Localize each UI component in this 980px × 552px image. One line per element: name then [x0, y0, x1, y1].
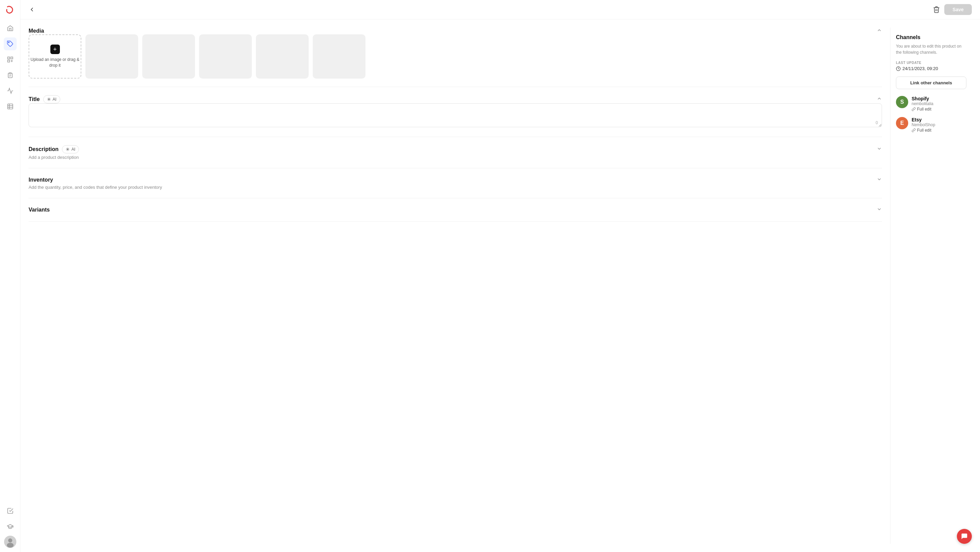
sidebar-item-tasks[interactable]: [4, 504, 17, 517]
shopify-info: Shopify nembolitalia Full edit: [912, 96, 933, 111]
description-subtitle: Add a product description: [29, 155, 882, 160]
title-collapse-icon[interactable]: [877, 96, 882, 103]
app-logo: [4, 4, 16, 16]
media-placeholder-1: [86, 34, 138, 79]
inventory-collapse-icon[interactable]: [877, 176, 882, 183]
media-placeholder-5: [313, 34, 366, 79]
ai-icon: ✳: [47, 97, 51, 102]
title-section-left: Title ✳ AI: [29, 95, 60, 103]
sidebar-bottom: [4, 504, 17, 548]
title-ai-label: AI: [53, 97, 56, 102]
delete-button[interactable]: [933, 6, 940, 13]
svg-rect-7: [8, 104, 13, 109]
channel-item-shopify: S Shopify nembolitalia Full edit: [896, 96, 966, 111]
right-panel: Channels You are about to edit this prod…: [890, 27, 972, 544]
title-char-count: 0: [875, 121, 878, 125]
topbar-left: [29, 6, 35, 13]
description-section-left: Description ✳ AI: [29, 145, 79, 153]
svg-rect-4: [9, 73, 11, 74]
media-placeholder-2: [142, 34, 195, 79]
sidebar-item-tags[interactable]: [4, 37, 17, 50]
title-input[interactable]: [29, 103, 882, 127]
last-update-date: 24/11/2023, 09:20: [902, 66, 938, 71]
media-grid: + Upload an image or drag & drop it: [29, 34, 882, 79]
sidebar-item-grid[interactable]: [4, 53, 17, 66]
media-placeholder-3: [199, 34, 252, 79]
title-ai-badge[interactable]: ✳ AI: [43, 95, 60, 103]
back-button[interactable]: [29, 6, 35, 13]
sidebar-item-home[interactable]: [4, 22, 17, 35]
etsy-store: NembolShop: [912, 122, 935, 127]
svg-point-12: [8, 538, 12, 542]
inventory-title: Inventory: [29, 177, 53, 183]
media-upload-text: Upload an image or drag & drop it: [29, 57, 81, 68]
sidebar: [0, 0, 21, 552]
form-area: Media + Upload an image or drag & drop i…: [29, 27, 882, 544]
inventory-section: Inventory Add the quantity, price, and c…: [29, 176, 882, 198]
shopify-store: nembolitalia: [912, 102, 933, 106]
etsy-edit-link[interactable]: Full edit: [912, 128, 935, 133]
svg-rect-2: [11, 57, 13, 59]
description-section-header: Description ✳ AI: [29, 145, 882, 153]
svg-point-13: [7, 543, 14, 547]
sidebar-item-learn[interactable]: [4, 520, 17, 533]
title-section: Title ✳ AI 0: [29, 95, 882, 137]
link-channels-button[interactable]: Link other channels: [896, 76, 966, 89]
sidebar-item-catalog[interactable]: [4, 100, 17, 113]
variants-collapse-icon[interactable]: [877, 206, 882, 213]
svg-rect-3: [8, 60, 10, 62]
topbar-right: Save: [933, 4, 972, 15]
topbar: Save: [21, 0, 980, 19]
media-title: Media: [29, 28, 44, 34]
inventory-subtitle: Add the quantity, price, and codes that …: [29, 185, 882, 190]
etsy-logo: E: [896, 117, 908, 129]
etsy-info: Etsy NembolShop Full edit: [912, 117, 935, 133]
content-area: Media + Upload an image or drag & drop i…: [21, 19, 980, 552]
title-label: Title: [29, 96, 40, 102]
description-ai-label: AI: [72, 147, 75, 152]
user-avatar[interactable]: [4, 536, 16, 548]
media-upload-box[interactable]: + Upload an image or drag & drop it: [29, 34, 81, 79]
etsy-edit-label: Full edit: [917, 128, 931, 133]
description-title: Description: [29, 146, 59, 152]
variants-section: Variants: [29, 206, 882, 222]
media-collapse-icon[interactable]: [877, 27, 882, 34]
panel-title: Channels: [896, 34, 966, 40]
description-ai-icon: ✳: [66, 147, 70, 152]
channel-item-etsy: E Etsy NembolShop Full edit: [896, 117, 966, 133]
last-update-label: LAST UPDATE: [896, 61, 966, 65]
shopify-name: Shopify: [912, 96, 933, 102]
sidebar-item-analytics[interactable]: [4, 84, 17, 97]
media-section: Media + Upload an image or drag & drop i…: [29, 27, 882, 87]
svg-point-0: [8, 42, 9, 43]
shopify-edit-link[interactable]: Full edit: [912, 107, 933, 111]
variants-title: Variants: [29, 207, 50, 213]
etsy-name: Etsy: [912, 117, 935, 122]
shopify-edit-label: Full edit: [917, 107, 931, 111]
title-section-header: Title ✳ AI: [29, 95, 882, 103]
media-placeholder-4: [256, 34, 309, 79]
save-button[interactable]: Save: [944, 4, 972, 15]
inventory-section-header: Inventory: [29, 176, 882, 183]
main-content: Save Media + Upload an image or drag & d…: [21, 0, 980, 552]
shopify-logo: S: [896, 96, 908, 108]
description-collapse-icon[interactable]: [877, 146, 882, 153]
description-ai-badge[interactable]: ✳ AI: [62, 145, 79, 153]
description-section: Description ✳ AI Add a product descripti…: [29, 145, 882, 168]
variants-section-header: Variants: [29, 206, 882, 213]
svg-rect-1: [8, 57, 10, 59]
chat-button[interactable]: [957, 529, 972, 544]
last-update-value: 24/11/2023, 09:20: [896, 66, 966, 71]
sidebar-item-orders[interactable]: [4, 69, 17, 82]
title-input-wrapper: 0: [29, 103, 882, 128]
plus-icon: +: [50, 44, 60, 54]
media-section-header: Media: [29, 27, 882, 34]
panel-desc: You are about to edit this product on th…: [896, 43, 966, 56]
